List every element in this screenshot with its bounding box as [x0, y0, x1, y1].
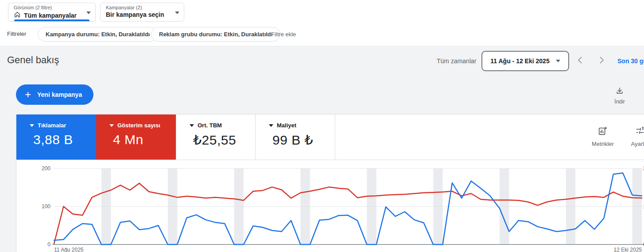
metrics-label: Metrikler [592, 141, 614, 147]
download-icon [615, 86, 624, 97]
new-campaign-button[interactable]: + Yeni kampanya [16, 84, 93, 105]
scorecard-row: Tıklamalar 3,88 B Gösterim sayısı 4 Mn O… [16, 115, 644, 160]
sliders-icon [635, 126, 644, 137]
y-axis-tick: 200 [42, 165, 50, 172]
y-axis-tick: 0 [47, 241, 50, 248]
download-button[interactable]: İndir [608, 86, 632, 105]
chevron-down-icon [86, 11, 91, 14]
campaign-selector[interactable]: Kampanyalar (2) Bir kampanya seçin [100, 3, 184, 22]
scorecard-label: Ort. TBM [198, 122, 222, 129]
series-Tıklamalar [54, 173, 642, 244]
adjust-button[interactable]: Ayarlar [626, 126, 644, 147]
home-icon [14, 11, 21, 20]
view-selector-label: Görünüm (2 filtre) [14, 5, 82, 11]
download-label: İndir [614, 99, 625, 105]
y-axis-tick: 100 [42, 203, 50, 210]
scorecard-avg-cpc[interactable]: Ort. TBM ₺25,55 [176, 115, 256, 160]
new-campaign-label: Yeni kampanya [37, 91, 82, 98]
adjust-label: Ayarlar [631, 141, 644, 147]
overview-section: Genel bakış Tüm zamanlar 11 Ağu - 12 Eki… [0, 47, 644, 252]
chevron-down-icon [175, 11, 179, 14]
view-selector[interactable]: Görünüm (2 filtre) Tüm kampanyalar [8, 3, 96, 22]
plus-icon: + [25, 89, 31, 100]
scorecard-value: ₺25,55 [193, 132, 255, 148]
scorecard-clicks[interactable]: Tıklamalar 3,88 B [16, 115, 96, 160]
google-ads-overview-page: Görünüm (2 filtre) Tüm kampanyalar Kampa… [0, 0, 644, 252]
chevron-down-icon [269, 124, 273, 127]
date-range-value: 11 Ağu - 12 Eki 2025 [490, 57, 549, 65]
previous-period-button[interactable] [575, 55, 586, 65]
chevron-down-icon [190, 124, 194, 127]
scorecard-label: Tıklamalar [38, 122, 66, 129]
active-view-indicator [14, 19, 89, 21]
overview-card: Tıklamalar 3,88 B Gösterim sayısı 4 Mn O… [16, 114, 644, 252]
scorecard-value: 99 B ₺ [272, 132, 335, 148]
x-axis-start-label: 11 Ağu 2025 [54, 247, 84, 252]
scorecard-value: 4 Mn [113, 132, 176, 147]
add-filter-button[interactable]: Filtre ekle [271, 31, 296, 38]
filter-chip-campaign-status[interactable]: Kampanya durumu: Etkin, Duraklatıldı [38, 27, 158, 42]
scorecard-label: Maliyet [277, 122, 296, 129]
next-period-button[interactable] [596, 55, 607, 65]
date-range-picker[interactable]: 11 Ağu - 12 Eki 2025 [481, 51, 569, 71]
series-Gösterim sayısı [54, 183, 642, 244]
time-scope-label: Tüm zamanlar [437, 57, 476, 65]
scorecard-cost[interactable]: Maliyet 99 B ₺ [256, 115, 335, 160]
scorecard-label: Gösterim sayısı [117, 122, 160, 129]
scorecard-impressions[interactable]: Gösterim sayısı 4 Mn [96, 115, 176, 160]
campaign-selector-value: Bir kampanya seçin [106, 11, 164, 18]
chevron-down-icon [109, 124, 114, 127]
metrics-icon [598, 126, 608, 137]
x-axis-end-label: 12 Eki 2025 [614, 247, 642, 252]
page-title: Genel bakış [7, 54, 59, 66]
performance-chart[interactable]: 0010010020020011 Ağu 202512 Eki 2025 [16, 160, 644, 252]
filters-label: Filtreler [7, 31, 26, 37]
campaign-selector-label: Kampanyalar (2) [106, 5, 171, 11]
scorecard-value: 3,88 B [33, 132, 96, 147]
chevron-down-icon [30, 124, 34, 127]
quick-range-link[interactable]: Son 30 gün [617, 57, 644, 65]
chevron-down-icon [556, 60, 560, 62]
view-selector-value: Tüm kampanyalar [24, 12, 77, 19]
filter-chip-adgroup-status[interactable]: Reklam grubu durumu: Etkin, Duraklatıldı [151, 27, 280, 42]
metrics-button[interactable]: Metrikler [589, 126, 617, 147]
toolbar: Görünüm (2 filtre) Tüm kampanyalar Kampa… [0, 0, 644, 46]
